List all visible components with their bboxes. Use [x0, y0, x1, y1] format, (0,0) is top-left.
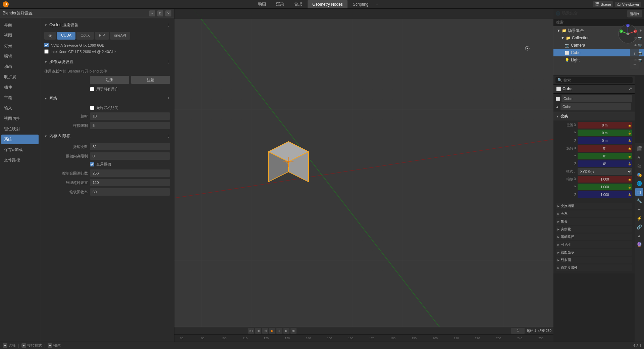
prev-frame-button[interactable]: ◁: [262, 328, 268, 334]
cycles-tab-optix[interactable]: OptiX: [76, 32, 94, 40]
tab-animation[interactable]: 动画: [253, 0, 271, 8]
tab-render[interactable]: 渲染: [271, 0, 289, 8]
cycles-tab-hip[interactable]: HIP: [95, 32, 109, 40]
view-layer-button[interactable]: 🗂: [635, 162, 643, 170]
prefs-editing-item[interactable]: 编辑: [1, 51, 39, 61]
camera-render-icon[interactable]: 📷: [638, 44, 642, 47]
cycles-section-header[interactable]: ▼ Cycles 渲染设备 ⋮: [44, 21, 170, 29]
material-props-button[interactable]: 🔮: [635, 240, 643, 248]
motion-paths-section[interactable]: ▶ 运动路径: [556, 234, 632, 240]
jump-start-button[interactable]: ⏮: [248, 328, 254, 334]
texture-timeout-input[interactable]: [90, 179, 170, 186]
blender-logo[interactable]: B: [0, 1, 44, 7]
instancing-section[interactable]: ▶ 实例化: [556, 226, 632, 233]
undo-steps-input[interactable]: [90, 143, 170, 150]
eye-icon[interactable]: 👁: [639, 29, 642, 33]
cycles-tab-none[interactable]: 无: [44, 32, 56, 40]
output-props-button[interactable]: 🖨: [635, 153, 643, 161]
viewlayer-selector[interactable]: 🗂 ViewLayer: [615, 2, 641, 7]
prefs-save-item[interactable]: 保存&加载: [1, 145, 39, 155]
world-props-button[interactable]: 🌐: [635, 179, 643, 187]
visibility-section[interactable]: ▶ 可见性: [556, 241, 632, 248]
network-section-header[interactable]: ▼ 网络 ⋮: [44, 94, 170, 103]
prefs-theme-item[interactable]: 主题: [1, 93, 39, 103]
loc-z-input[interactable]: 0 m 🔒: [578, 137, 632, 144]
props-search-input[interactable]: [564, 78, 631, 82]
constraints-props-button[interactable]: 🔗: [635, 223, 643, 231]
cycles-tab-cuda[interactable]: CUDA: [57, 32, 75, 40]
viewport-display-section[interactable]: ▶ 视图显示: [556, 249, 632, 256]
all-users-checkbox[interactable]: [90, 87, 94, 91]
scene-selector[interactable]: 🎬 Scene: [593, 1, 613, 7]
cycles-tab-oneapi[interactable]: oneAPI: [110, 32, 130, 40]
rot-z-input[interactable]: 0° 🔒: [578, 160, 632, 167]
loc-y-input[interactable]: 0 m 🔒: [578, 130, 632, 136]
close-button[interactable]: ✕: [165, 10, 171, 16]
next-frame-button[interactable]: ▷: [276, 328, 282, 334]
memory-section-header[interactable]: ▼ 内存 & 限额 ⋮: [44, 132, 170, 140]
current-frame-input[interactable]: [511, 328, 525, 334]
gc-threshold-input[interactable]: [90, 188, 170, 196]
nvidia-checkbox[interactable]: [44, 43, 49, 47]
prefs-view-item[interactable]: 视图: [1, 31, 39, 40]
zoom-in-button[interactable]: +: [630, 49, 639, 58]
camera-eye-icon[interactable]: 👁: [634, 44, 637, 47]
global-undo-checkbox[interactable]: [90, 162, 94, 166]
collections-section[interactable]: ▶ 集合: [556, 218, 632, 225]
register-button[interactable]: 注册: [90, 76, 129, 84]
next-keyframe-button[interactable]: ▶: [283, 328, 289, 334]
cube-object[interactable]: [255, 125, 322, 193]
custom-props-section[interactable]: ▶ 自定义属性: [556, 264, 632, 271]
rot-y-input[interactable]: 0° 🔒: [578, 153, 632, 159]
mesh-name-input[interactable]: [560, 103, 631, 110]
prefs-input-item[interactable]: 输入: [1, 103, 39, 113]
loc-x-input[interactable]: 0 m 🔒: [578, 122, 632, 129]
prefs-interface-item[interactable]: 界面: [1, 20, 39, 30]
undo-memory-input[interactable]: [90, 152, 170, 160]
prefs-animation-item[interactable]: 动画: [1, 62, 39, 71]
navigation-gizmo[interactable]: X Y Z: [618, 24, 638, 44]
relations-section[interactable]: ▶ 关系: [556, 210, 632, 217]
prefs-keymap-item[interactable]: 键位映射: [1, 124, 39, 134]
viewport-select-button[interactable]: 选项▾: [627, 10, 642, 17]
tab-scripting[interactable]: Scripting: [348, 0, 373, 8]
cpu-checkbox[interactable]: [44, 49, 49, 54]
object-name-input[interactable]: [561, 95, 632, 102]
modifier-props-button[interactable]: 🔧: [635, 197, 643, 205]
scene-props-button[interactable]: 🎭: [635, 170, 643, 179]
prev-keyframe-button[interactable]: ◀: [255, 328, 261, 334]
allow-online-checkbox[interactable]: [90, 106, 94, 110]
object-props-button[interactable]: ◻: [635, 188, 643, 196]
tab-compositing[interactable]: 合成: [289, 0, 307, 8]
prefs-plugin-item[interactable]: 插件: [1, 83, 39, 92]
scale-z-input[interactable]: 1.000 🔒: [578, 191, 632, 198]
particles-props-button[interactable]: ✦: [635, 205, 643, 213]
prefs-lighting-item[interactable]: 灯光: [1, 41, 39, 51]
maximize-button[interactable]: □: [157, 10, 163, 16]
collection-render-icon[interactable]: 📷: [638, 36, 642, 40]
lineart-section[interactable]: ▶ 线条画: [556, 257, 632, 263]
timeout-input[interactable]: [90, 112, 170, 120]
render-props-button[interactable]: 🎬: [635, 144, 643, 152]
play-button[interactable]: ▶: [269, 328, 275, 334]
scale-y-input[interactable]: 1.000 🔒: [578, 184, 632, 190]
transform-delta-section[interactable]: ▶ 变换增量: [556, 203, 632, 209]
prefs-navigation-item[interactable]: 视图切换: [1, 114, 39, 123]
minimize-button[interactable]: －: [149, 10, 155, 16]
data-props-button[interactable]: ▲: [635, 232, 643, 240]
connections-input[interactable]: [90, 122, 170, 129]
console-lines-input[interactable]: [90, 169, 170, 177]
zoom-out-button[interactable]: −: [630, 59, 639, 69]
unregister-button[interactable]: 注销: [131, 76, 170, 84]
prefs-system-item[interactable]: 系统: [1, 135, 39, 144]
physics-props-button[interactable]: ⚡: [635, 214, 643, 222]
jump-end-button[interactable]: ⏭: [290, 328, 297, 334]
rot-x-input[interactable]: 0° 🔒: [578, 145, 632, 152]
transform-section-header[interactable]: ▼ 变换: [553, 112, 635, 120]
add-tab-button[interactable]: +: [374, 1, 380, 7]
rotation-mode-select[interactable]: XYZ 欧拉: [578, 168, 632, 175]
scale-x-input[interactable]: 1.000 🔒: [578, 176, 632, 183]
os-section-header[interactable]: ▼ 操作系统设置 ⋮: [44, 58, 170, 66]
prefs-addon-item[interactable]: 取扩展: [1, 72, 39, 82]
tab-geometry-nodes[interactable]: Geometry Nodes: [308, 0, 347, 8]
